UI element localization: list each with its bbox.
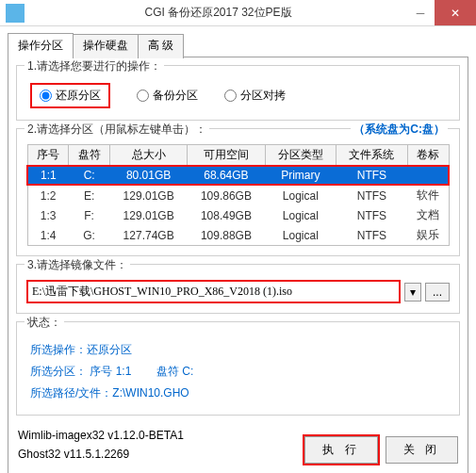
table-row[interactable]: 1:4G:127.74GB109.88GBLogicalNTFS娱乐 bbox=[27, 225, 449, 246]
app-icon bbox=[6, 4, 25, 23]
image-path-input[interactable] bbox=[26, 280, 401, 303]
th-total: 总大小 bbox=[110, 145, 188, 167]
tab-advanced[interactable]: 高 级 bbox=[138, 34, 184, 58]
minimize-button[interactable]: ─ bbox=[406, 0, 435, 25]
version-wimlib: Wimlib-imagex32 v1.12.0-BETA1 bbox=[18, 427, 297, 445]
close-button[interactable]: 关 闭 bbox=[386, 436, 458, 464]
chevron-down-icon[interactable]: ▾ bbox=[404, 283, 421, 302]
status-path: 所选路径/文件：Z:\WIN10.GHO bbox=[30, 383, 446, 404]
th-free: 可用空间 bbox=[188, 145, 265, 167]
radio-backup-label: 备份分区 bbox=[153, 88, 198, 104]
window-title: CGI 备份还原2017 32位PE版 bbox=[30, 5, 406, 21]
radio-restore-label: 还原分区 bbox=[56, 88, 101, 104]
status-part: 所选分区： 序号 1:1 bbox=[30, 365, 131, 378]
legend-image: 3.请选择镜像文件： bbox=[25, 257, 130, 273]
group-operation: 1.请选择您要进行的操作： 还原分区 备份分区 分区对拷 bbox=[16, 65, 460, 121]
system-disk-note: （系统盘为C:盘） bbox=[351, 122, 448, 138]
th-fs: 文件系统 bbox=[336, 145, 408, 167]
table-row[interactable]: 1:3F:129.01GB108.49GBLogicalNTFS文档 bbox=[27, 205, 449, 225]
table-row[interactable]: 1:1C:80.01GB68.64GBPrimaryNTFS bbox=[27, 166, 449, 185]
th-index: 序号 bbox=[27, 145, 69, 167]
th-label: 卷标 bbox=[407, 145, 449, 167]
radio-restore[interactable] bbox=[40, 90, 52, 102]
radio-restore-wrap: 还原分区 bbox=[30, 83, 110, 108]
browse-button[interactable]: ... bbox=[425, 283, 450, 302]
version-ghost: Ghost32 v11.5.1.2269 bbox=[18, 446, 297, 464]
radio-backup[interactable] bbox=[137, 90, 149, 102]
group-partition: 2.请选择分区（用鼠标左键单击）： （系统盘为C:盘） 序号 盘符 总大小 可用… bbox=[16, 128, 460, 256]
legend-operation: 1.请选择您要进行的操作： bbox=[25, 58, 164, 74]
radio-copy-label: 分区对拷 bbox=[240, 88, 286, 104]
group-image: 3.请选择镜像文件： ▾ ... bbox=[16, 264, 460, 314]
table-row[interactable]: 1:2E:129.01GB109.86GBLogicalNTFS软件 bbox=[27, 185, 449, 205]
group-status: 状态： 所选操作：还原分区 所选分区： 序号 1:1 盘符 C: 所选路径/文件… bbox=[16, 321, 460, 416]
th-letter: 盘符 bbox=[69, 145, 110, 167]
status-letter: 盘符 C: bbox=[156, 365, 193, 378]
status-op: 所选操作：还原分区 bbox=[30, 339, 446, 361]
execute-button[interactable]: 执 行 bbox=[304, 436, 377, 464]
legend-status: 状态： bbox=[25, 315, 64, 331]
radio-copy[interactable] bbox=[224, 90, 237, 102]
close-window-button[interactable]: ✕ bbox=[435, 0, 476, 25]
tab-disk[interactable]: 操作硬盘 bbox=[73, 34, 139, 58]
tab-partition[interactable]: 操作分区 bbox=[8, 33, 74, 57]
th-type: 分区类型 bbox=[265, 145, 336, 167]
partition-table[interactable]: 序号 盘符 总大小 可用空间 分区类型 文件系统 卷标 1:1C:80.01GB… bbox=[26, 144, 450, 246]
legend-partition: 2.请选择分区（用鼠标左键单击）： bbox=[25, 122, 209, 138]
